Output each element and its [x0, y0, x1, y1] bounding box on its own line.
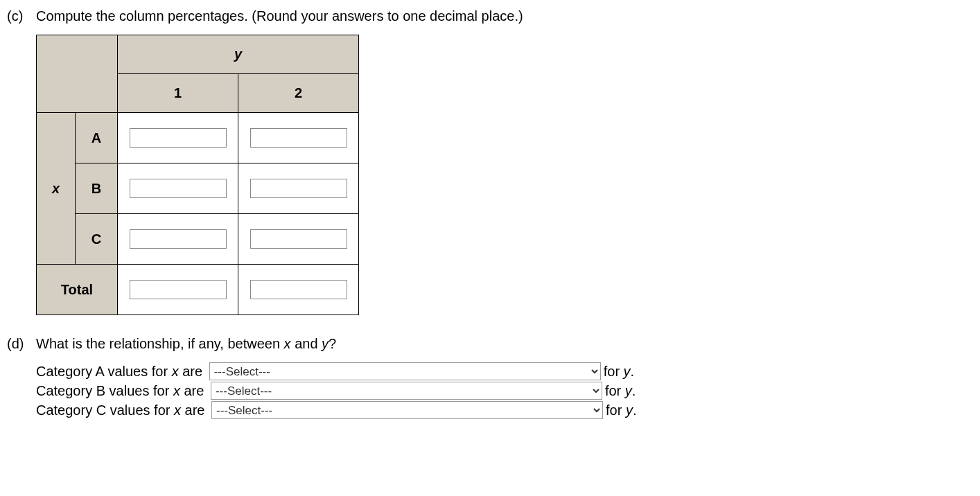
row-header-b: B	[76, 163, 118, 214]
d-line-b-mid: are	[180, 383, 208, 399]
d-line-b-var: x	[173, 383, 180, 399]
d-line-c: Category C values for x are ---Select---…	[36, 401, 973, 419]
row-header-a: A	[76, 113, 118, 163]
x-header: x	[37, 113, 76, 265]
input-b-1[interactable]	[130, 179, 227, 198]
select-a[interactable]: ---Select---	[209, 362, 601, 380]
d-line-a: Category A values for x are ---Select---…	[36, 362, 973, 380]
cell-a-2	[238, 113, 359, 163]
cell-b-2	[238, 163, 359, 214]
cell-c-1	[118, 214, 238, 265]
d-text-var2: y	[322, 336, 329, 351]
question-c: (c) Compute the column percentages. (Rou…	[7, 8, 973, 315]
d-lines: Category A values for x are ---Select---…	[36, 362, 973, 419]
input-a-1[interactable]	[130, 128, 227, 148]
question-c-text: Compute the column percentages. (Round y…	[36, 8, 973, 24]
question-d-text: What is the relationship, if any, betwee…	[36, 336, 973, 352]
question-d-content: What is the relationship, if any, betwee…	[36, 336, 973, 420]
d-line-a-mid: are	[179, 364, 207, 380]
d-line-a-suffix-var: y	[624, 364, 631, 380]
d-line-c-prefix: Category C values for	[36, 402, 174, 418]
col-header-1: 1	[118, 74, 238, 113]
cell-total-2	[238, 265, 359, 315]
d-line-c-var: x	[174, 402, 181, 418]
input-total-2[interactable]	[250, 280, 347, 299]
d-line-a-prefix: Category A values for	[36, 364, 172, 380]
d-line-c-for: for	[606, 402, 626, 418]
d-line-c-mid: are	[181, 402, 209, 418]
col-header-2: 2	[238, 74, 359, 113]
input-c-2[interactable]	[250, 229, 347, 249]
d-line-b-suffix-var: y	[625, 383, 632, 399]
cell-a-1	[118, 113, 238, 163]
select-b[interactable]: ---Select---	[211, 382, 602, 400]
d-text-mid: and	[291, 336, 322, 351]
question-d: (d) What is the relationship, if any, be…	[7, 336, 973, 420]
table-corner	[37, 35, 118, 113]
d-line-a-var: x	[172, 364, 179, 380]
d-line-b-for: for	[605, 383, 625, 399]
question-c-content: Compute the column percentages. (Round y…	[36, 8, 973, 315]
percentage-table: y 1 2 x A B	[36, 35, 359, 315]
select-c[interactable]: ---Select---	[211, 401, 603, 419]
row-header-c: C	[76, 214, 118, 265]
y-header: y	[118, 35, 359, 74]
cell-c-2	[238, 214, 359, 265]
d-line-b-prefix: Category B values for	[36, 383, 173, 399]
d-line-c-suffix-var: y	[626, 402, 633, 418]
d-line-c-end: .	[633, 402, 637, 418]
d-text-prefix: What is the relationship, if any, betwee…	[36, 336, 284, 351]
d-line-a-for: for	[604, 364, 624, 380]
question-c-label: (c)	[7, 8, 36, 24]
d-line-b: Category B values for x are ---Select---…	[36, 382, 973, 400]
d-text-var1: x	[284, 336, 291, 351]
question-d-label: (d)	[7, 336, 36, 352]
d-line-b-end: .	[632, 383, 636, 399]
row-header-total: Total	[37, 265, 118, 315]
input-total-1[interactable]	[130, 280, 227, 299]
input-a-2[interactable]	[250, 128, 347, 148]
input-b-2[interactable]	[250, 179, 347, 198]
input-c-1[interactable]	[130, 229, 227, 249]
cell-total-1	[118, 265, 238, 315]
d-line-a-end: .	[631, 364, 635, 380]
d-text-suffix: ?	[329, 336, 336, 351]
cell-b-1	[118, 163, 238, 214]
